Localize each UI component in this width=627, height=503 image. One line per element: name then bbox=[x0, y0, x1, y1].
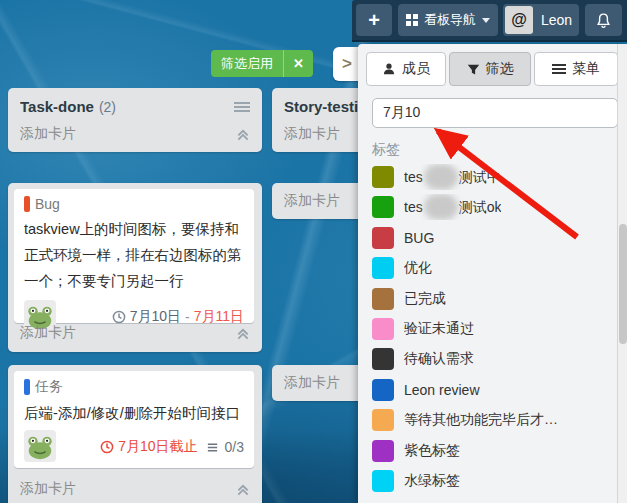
add-card-label: 添加卡片 bbox=[20, 125, 76, 143]
member-avatar[interactable] bbox=[24, 430, 56, 462]
list-task: 任务 后端-添加/修改/删除开始时间接口 bbox=[8, 365, 262, 503]
notifications-button[interactable] bbox=[585, 4, 622, 36]
due-clock-icon bbox=[100, 440, 114, 454]
label-text: 验证未通过 bbox=[404, 320, 474, 338]
label-row[interactable]: tes测试中 bbox=[372, 164, 608, 190]
label-color-swatch bbox=[372, 348, 394, 370]
add-card-button[interactable]: 添加卡片 bbox=[272, 117, 372, 151]
due-date-badge: 7月10日截止 bbox=[118, 438, 197, 456]
tab-menu[interactable]: 菜单 bbox=[534, 52, 618, 86]
filter-enabled-badge[interactable]: 筛选启用 ✕ bbox=[211, 50, 313, 77]
card-bug[interactable]: Bug taskview上的时间图标，要保持和正式环境一样，排在右边图标的第一个… bbox=[14, 189, 254, 323]
app-window: + 看板导航 @ Leon 筛选启用 ✕ Task-done (2) bbox=[0, 0, 627, 503]
label-row[interactable]: 优化 bbox=[372, 255, 608, 281]
filter-panel: 成员 筛选 菜单 标签 tes测试中tes测试okBUG优化已完成验证未通过待确… bbox=[358, 44, 627, 503]
boards-grid-icon bbox=[406, 14, 418, 26]
list-title: Task-done bbox=[20, 98, 94, 115]
list-hidden: 添加卡片 bbox=[272, 183, 372, 219]
label-color-swatch bbox=[372, 440, 394, 462]
add-card-button[interactable]: 添加卡片 bbox=[8, 316, 262, 350]
label-color-swatch bbox=[372, 409, 394, 431]
menu-icon bbox=[552, 64, 566, 74]
label-text: 待确认需求 bbox=[404, 350, 474, 368]
tab-label: 筛选 bbox=[486, 60, 514, 78]
tab-filter[interactable]: 筛选 bbox=[449, 52, 531, 86]
boards-menu-label: 看板导航 bbox=[424, 11, 476, 29]
card-label-chip bbox=[24, 379, 30, 395]
label-row[interactable]: Leon review bbox=[372, 377, 608, 403]
add-card-label: 添加卡片 bbox=[284, 192, 340, 210]
card-title-text: 后端-添加/修改/删除开始时间接口 bbox=[24, 400, 250, 426]
add-card-button[interactable]: 添加卡片 bbox=[272, 183, 372, 218]
label-row[interactable]: BUG bbox=[372, 225, 608, 251]
label-color-swatch bbox=[372, 257, 394, 279]
label-row[interactable]: 紫色标签 bbox=[372, 438, 608, 464]
label-text: 已完成 bbox=[404, 290, 446, 308]
label-row[interactable]: tes测试ok bbox=[372, 194, 608, 220]
label-text: 水绿标签 bbox=[404, 472, 460, 490]
label-text: Leon review bbox=[404, 382, 480, 398]
list-task-done: Task-done (2) 添加卡片 bbox=[8, 88, 262, 152]
label-text: 等待其他功能完毕后才… bbox=[404, 411, 558, 429]
user-avatar: @ bbox=[505, 6, 533, 34]
add-card-button[interactable]: 添加卡片 bbox=[8, 117, 262, 151]
label-color-swatch bbox=[372, 379, 394, 401]
label-color-swatch bbox=[372, 318, 394, 340]
label-color-swatch bbox=[372, 227, 394, 249]
list-menu-icon[interactable] bbox=[234, 102, 250, 112]
add-card-label: 添加卡片 bbox=[284, 374, 340, 392]
collapse-chevrons-icon[interactable] bbox=[236, 327, 250, 340]
scrollbar-thumb[interactable] bbox=[619, 224, 627, 344]
bell-icon bbox=[595, 11, 612, 30]
label-text: BUG bbox=[404, 230, 434, 246]
add-board-button[interactable]: + bbox=[356, 4, 392, 36]
filter-search-input[interactable] bbox=[372, 98, 618, 128]
boards-menu-button[interactable]: 看板导航 bbox=[398, 4, 498, 36]
label-color-swatch bbox=[372, 288, 394, 310]
list-title: Story-testin bbox=[284, 98, 360, 115]
add-card-button[interactable]: 添加卡片 bbox=[8, 472, 262, 503]
label-row[interactable]: 已完成 bbox=[372, 286, 608, 312]
top-bar: + 看板导航 @ Leon bbox=[352, 0, 627, 42]
collapse-chevrons-icon[interactable] bbox=[236, 128, 250, 141]
caret-down-icon bbox=[482, 18, 490, 23]
clear-filter-button[interactable]: ✕ bbox=[284, 56, 313, 71]
card-task[interactable]: 任务 后端-添加/修改/删除开始时间接口 bbox=[14, 371, 254, 468]
label-text: 紫色标签 bbox=[404, 442, 460, 460]
list-header: Task-done (2) bbox=[8, 88, 262, 117]
collapse-chevrons-icon[interactable] bbox=[236, 483, 250, 496]
label-text: tes测试中 bbox=[404, 164, 501, 190]
add-card-button[interactable]: 添加卡片 bbox=[272, 365, 372, 400]
panel-tabs: 成员 筛选 菜单 bbox=[366, 52, 618, 86]
add-card-label: 添加卡片 bbox=[20, 324, 76, 342]
list-card-count: (2) bbox=[99, 99, 116, 115]
tab-label: 成员 bbox=[402, 60, 430, 78]
frog-avatar-image bbox=[25, 431, 55, 461]
censor-blur bbox=[424, 194, 458, 220]
label-text: tes测试ok bbox=[404, 194, 501, 220]
tab-members[interactable]: 成员 bbox=[366, 52, 446, 86]
user-name-label: Leon bbox=[541, 12, 572, 28]
label-color-swatch bbox=[372, 166, 394, 188]
label-row[interactable]: 水绿标签 bbox=[372, 468, 608, 494]
list-hidden: 添加卡片 bbox=[272, 365, 372, 401]
label-row[interactable]: 等待其他功能完毕后才… bbox=[372, 407, 608, 433]
card-type-label: 任务 bbox=[35, 378, 63, 396]
label-color-swatch bbox=[372, 196, 394, 218]
panel-scrollbar[interactable] bbox=[617, 44, 627, 503]
chevron-right-icon: > bbox=[342, 54, 352, 74]
user-menu-button[interactable]: @ Leon bbox=[503, 4, 579, 36]
label-row[interactable]: 验证未通过 bbox=[372, 316, 608, 342]
tab-label: 菜单 bbox=[572, 60, 600, 78]
add-card-label: 添加卡片 bbox=[284, 125, 340, 143]
label-row[interactable]: 待确认需求 bbox=[372, 346, 608, 372]
filter-funnel-icon bbox=[467, 63, 480, 76]
card-title-text: taskview上的时间图标，要保持和正式环境一样，排在右边图标的第一个；不要专… bbox=[24, 216, 250, 294]
card-type-label: Bug bbox=[35, 196, 60, 212]
filter-enabled-label: 筛选启用 bbox=[211, 55, 283, 73]
member-icon bbox=[382, 62, 396, 76]
label-color-swatch bbox=[372, 470, 394, 492]
label-text: 优化 bbox=[404, 259, 432, 277]
list-bug: Bug taskview上的时间图标，要保持和正式环境一样，排在右边图标的第一个… bbox=[8, 183, 262, 352]
add-card-label: 添加卡片 bbox=[20, 480, 76, 498]
